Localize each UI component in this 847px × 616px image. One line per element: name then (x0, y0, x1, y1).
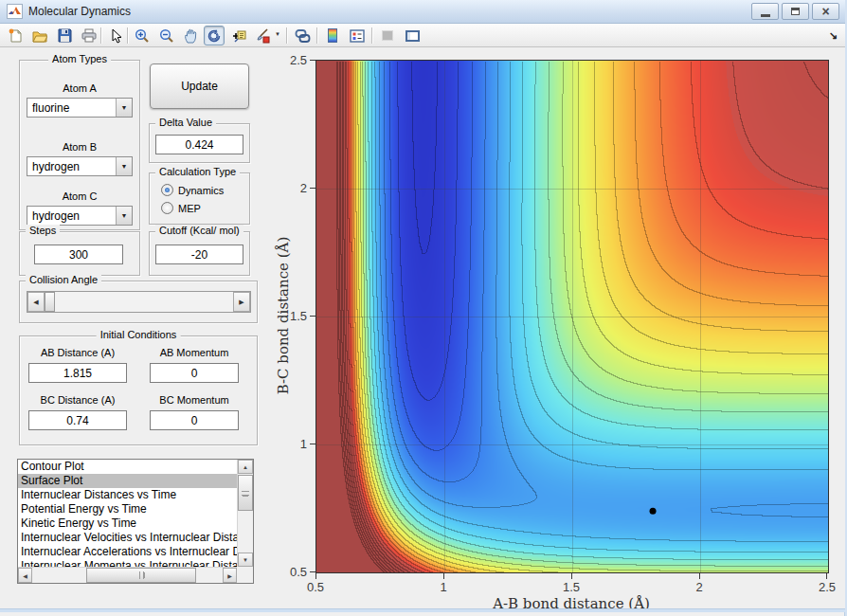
ab-distance-label: AB Distance (A) (28, 347, 127, 358)
matlab-logo-icon (7, 4, 23, 19)
list-item-selected[interactable]: Surface Plot (18, 474, 237, 488)
y-tick (310, 60, 315, 61)
bc-momentum-label: BC Momentum (150, 394, 239, 406)
contour-plot-canvas[interactable] (315, 60, 829, 573)
y-tick-label: 0.5 (275, 565, 307, 579)
app-window: Molecular Dynamics × (0, 0, 847, 616)
x-tick (826, 573, 827, 579)
chevron-down-icon[interactable]: ▼ (116, 157, 132, 175)
y-tick-label: 2.5 (275, 53, 307, 67)
atom-a-dropdown[interactable]: fluorine ▼ (27, 98, 133, 118)
insert-legend-icon[interactable] (347, 26, 368, 45)
ab-momentum-label: AB Momentum (150, 347, 239, 358)
show-plot-tools-icon[interactable] (402, 26, 423, 45)
atom-c-dropdown[interactable]: hydrogen ▼ (27, 206, 133, 226)
steps-title: Steps (26, 225, 60, 236)
figure-toolbar: ▼ ↘ (0, 24, 845, 47)
x-tick (315, 573, 316, 579)
radio-icon[interactable] (161, 202, 173, 214)
atom-types-title: Atom Types (48, 53, 111, 64)
ab-distance-field[interactable] (28, 363, 127, 383)
x-tick-label: 2.5 (808, 580, 846, 594)
restore-button[interactable] (782, 3, 809, 20)
bc-distance-field[interactable] (28, 410, 127, 430)
collision-angle-title: Collision Angle (26, 274, 101, 285)
ab-momentum-field[interactable] (150, 363, 239, 383)
atom-b-dropdown[interactable]: hydrogen ▼ (27, 156, 133, 176)
collision-angle-slider[interactable]: ◀ ▶ (27, 291, 251, 313)
horizontal-scroll-thumb[interactable] (86, 568, 196, 583)
vertical-scrollbar[interactable]: ▲ ▼ (237, 460, 253, 567)
brush-icon[interactable] (252, 26, 273, 45)
cutoff-field[interactable] (155, 245, 243, 264)
insert-colorbar-icon[interactable] (322, 26, 343, 45)
vertical-scroll-thumb[interactable] (238, 475, 253, 511)
slider-right-arrow-icon[interactable]: ▶ (233, 292, 250, 312)
calculation-type-panel: Calculation Type (149, 172, 250, 225)
x-tick (699, 573, 700, 579)
save-figure-icon[interactable] (54, 26, 75, 45)
x-tick-label: 0.5 (297, 580, 334, 594)
open-file-icon[interactable] (29, 26, 50, 45)
x-tick-label: 1.5 (552, 580, 590, 594)
radio-icon[interactable] (161, 184, 173, 196)
window-bottom-border (0, 608, 845, 612)
pointer-icon[interactable] (105, 26, 126, 45)
y-tick (310, 188, 315, 189)
window-title: Molecular Dynamics (28, 5, 131, 18)
x-tick-label: 1 (424, 580, 462, 594)
y-tick (310, 571, 315, 572)
list-item[interactable]: Internuclear Distances vs Time (18, 488, 237, 502)
plot-type-list: Contour Plot Surface Plot Internuclear D… (18, 460, 237, 567)
list-item[interactable]: Kinetic Energy vs Time (18, 516, 237, 531)
dock-figure-icon[interactable]: ↘ (829, 29, 838, 42)
y-tick (310, 444, 315, 444)
bc-momentum-field[interactable] (150, 410, 239, 430)
y-axis-label: B-C bond distance (Å) (275, 237, 292, 395)
slider-thumb[interactable] (45, 292, 55, 312)
scroll-up-icon[interactable]: ▲ (238, 460, 253, 474)
close-button[interactable]: × (812, 3, 839, 20)
bc-distance-label: BC Distance (A) (28, 394, 127, 406)
data-cursor-icon[interactable] (228, 26, 249, 45)
new-figure-icon[interactable] (5, 26, 26, 45)
plot-type-listbox[interactable]: Contour Plot Surface Plot Internuclear D… (17, 459, 254, 584)
scrollbar-corner (237, 567, 253, 583)
scroll-left-icon[interactable]: ◀ (18, 568, 32, 583)
rotate-3d-icon[interactable] (204, 26, 225, 45)
chevron-down-icon[interactable]: ▼ (116, 99, 132, 117)
pan-icon[interactable] (180, 26, 201, 45)
scroll-right-icon[interactable]: ▶ (223, 568, 237, 583)
delta-value-field[interactable] (155, 135, 243, 154)
dynamics-radio[interactable]: Dynamics (161, 184, 224, 196)
slider-left-arrow-icon[interactable]: ◀ (27, 292, 45, 312)
list-item[interactable]: Internuclear Velocities vs Internuclear … (18, 531, 237, 545)
initial-conditions-title: Initial Conditions (97, 329, 181, 340)
brush-dropdown-icon[interactable]: ▼ (275, 31, 280, 37)
link-plot-icon[interactable] (292, 26, 313, 45)
print-figure-icon[interactable] (79, 26, 99, 45)
y-tick (310, 316, 315, 317)
steps-field[interactable] (34, 245, 123, 264)
list-item[interactable]: Internuclear Accelerations vs Internucle… (18, 545, 237, 559)
zoom-out-icon[interactable] (156, 26, 177, 45)
x-tick (443, 573, 444, 579)
delta-value-title: Delta Value (155, 117, 216, 128)
mep-radio[interactable]: MEP (161, 202, 201, 214)
horizontal-scrollbar[interactable]: ◀ ▶ (18, 567, 237, 583)
y-tick-label: 2 (275, 181, 307, 195)
x-tick (571, 573, 572, 579)
minimize-button[interactable] (751, 3, 779, 20)
update-button[interactable]: Update (150, 63, 249, 109)
list-item[interactable]: Contour Plot (18, 460, 237, 474)
y-tick-label: 1 (275, 437, 307, 451)
list-item[interactable]: Internuclear Momenta vs Internuclear Dis… (18, 559, 237, 567)
x-tick-label: 2 (680, 580, 718, 594)
title-bar: Molecular Dynamics × (0, 0, 845, 24)
chevron-down-icon[interactable]: ▼ (116, 207, 132, 225)
zoom-in-icon[interactable] (132, 26, 153, 45)
scroll-down-icon[interactable]: ▼ (238, 553, 253, 567)
cutoff-title: Cutoff (Kcal/ mol) (155, 225, 243, 236)
list-item[interactable]: Potential Energy vs Time (18, 502, 237, 516)
calculation-type-title: Calculation Type (155, 166, 240, 177)
